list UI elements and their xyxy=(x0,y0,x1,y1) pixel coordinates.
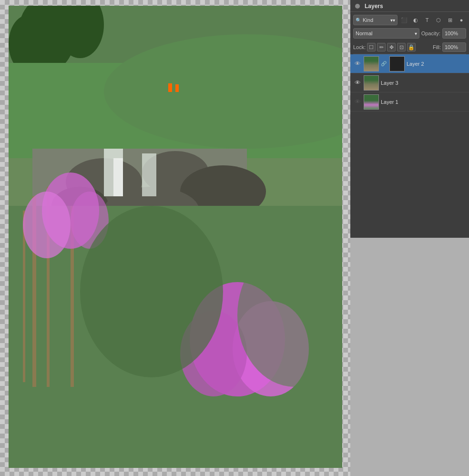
layers-panel-header: Layers xyxy=(350,0,469,12)
layer3-thumbnail xyxy=(364,75,379,91)
layer2-mask-thumbnail xyxy=(389,56,405,71)
layers-panel-title: Layers xyxy=(365,3,383,10)
lock-transparent-button[interactable]: ☐ xyxy=(367,43,376,51)
svg-rect-32 xyxy=(175,84,179,92)
adjustment-filter-icon[interactable]: ◐ xyxy=(411,15,420,25)
layers-panel: Layers 🔍 Kind ▾ ⬛ ◐ T ⬡ ⊞ ● xyxy=(350,0,469,238)
fill-input[interactable]: 100% xyxy=(442,42,466,52)
layer-item-layer1[interactable]: 👁 Layer 1 xyxy=(350,92,469,111)
svg-rect-15 xyxy=(142,153,156,196)
layer1-visibility-toggle[interactable]: 👁 xyxy=(353,98,362,106)
svg-point-29 xyxy=(80,206,223,377)
right-panel: Layers 🔍 Kind ▾ ⬛ ◐ T ⬡ ⊞ ● xyxy=(350,0,469,476)
panel-close-button[interactable] xyxy=(355,4,360,9)
fill-value-text: 100% xyxy=(445,44,458,50)
layer3-visibility-toggle[interactable]: 👁 xyxy=(353,79,362,87)
layers-list: 👁 🔗 Layer 2 👁 Layer 3 👁 xyxy=(350,54,469,238)
more-filter-icon[interactable]: ● xyxy=(457,15,466,25)
layer2-thumbnail xyxy=(364,56,379,71)
blend-opacity-row: Normal ▾ Opacity: 100% xyxy=(353,27,466,40)
opacity-input[interactable]: 100% xyxy=(442,28,466,39)
svg-rect-16 xyxy=(113,158,123,196)
layer2-name: Layer 2 xyxy=(407,61,466,67)
canvas-image xyxy=(9,6,342,468)
layer1-thumb-image xyxy=(364,95,378,109)
lock-label: Lock: xyxy=(353,44,366,50)
lock-artboard-button[interactable]: ⊡ xyxy=(397,43,406,51)
kind-chevron-icon: ▾ xyxy=(390,18,395,23)
bottom-gray-area xyxy=(350,238,469,476)
blend-mode-dropdown[interactable]: Normal ▾ xyxy=(353,28,419,39)
svg-point-24 xyxy=(23,192,71,258)
blend-mode-label: Normal xyxy=(356,30,372,36)
svg-rect-31 xyxy=(168,83,172,92)
filter-icons-row: ⬛ ◐ T ⬡ ⊞ ● xyxy=(399,15,466,25)
layer1-thumbnail xyxy=(364,94,379,110)
pixel-filter-icon[interactable]: ⬛ xyxy=(399,15,409,25)
shape-filter-icon[interactable]: ⬡ xyxy=(434,15,443,25)
layer2-mask-image xyxy=(390,57,404,71)
filter-row: 🔍 Kind ▾ ⬛ ◐ T ⬡ ⊞ ● xyxy=(353,15,466,25)
opacity-value-text: 100% xyxy=(445,30,458,36)
layer1-name: Layer 1 xyxy=(381,99,466,105)
layer-item-layer2[interactable]: 👁 🔗 Layer 2 xyxy=(350,54,469,73)
layers-controls: 🔍 Kind ▾ ⬛ ◐ T ⬡ ⊞ ● Normal ▾ xyxy=(350,12,469,54)
layer2-thumb-image xyxy=(364,57,378,71)
lock-fill-row: Lock: ☐ ✏ ✥ ⊡ 🔒 Fill: 100% xyxy=(353,41,466,54)
layer-item-layer3[interactable]: 👁 Layer 3 xyxy=(350,73,469,92)
blend-chevron-icon: ▾ xyxy=(415,31,417,36)
layer2-link-icon: 🔗 xyxy=(381,61,387,67)
fill-label: Fill: xyxy=(433,44,441,50)
lock-image-button[interactable]: ✏ xyxy=(377,43,386,51)
layer3-name: Layer 3 xyxy=(381,80,466,86)
layer3-thumb-image xyxy=(364,76,378,90)
lock-all-button[interactable]: 🔒 xyxy=(407,43,416,51)
lock-position-button[interactable]: ✥ xyxy=(387,43,396,51)
kind-dropdown[interactable]: 🔍 Kind ▾ xyxy=(353,15,398,25)
kind-label: Kind xyxy=(363,17,373,23)
opacity-label: Opacity: xyxy=(421,30,440,36)
canvas-area[interactable] xyxy=(0,0,350,476)
layer2-visibility-toggle[interactable]: 👁 xyxy=(353,60,362,68)
text-filter-icon[interactable]: T xyxy=(422,15,432,25)
search-icon: 🔍 xyxy=(356,18,361,23)
smartobject-filter-icon[interactable]: ⊞ xyxy=(445,15,455,25)
